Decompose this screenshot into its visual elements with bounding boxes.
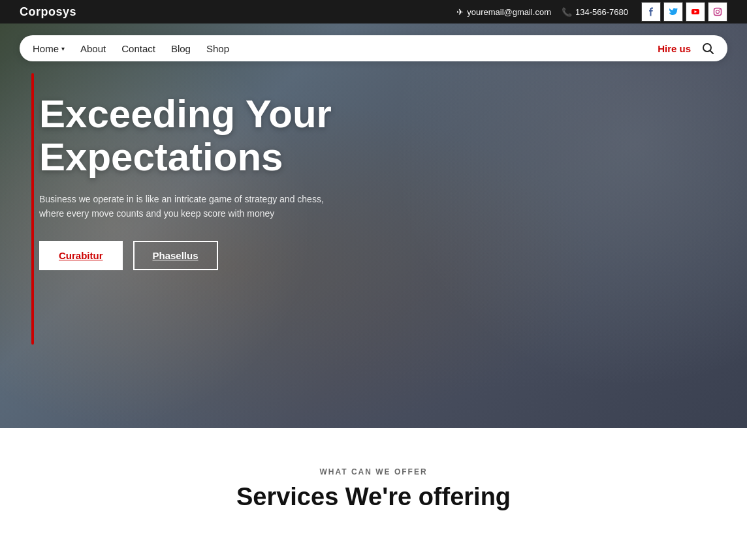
instagram-icon[interactable] xyxy=(708,2,727,22)
email-icon: ✈ xyxy=(456,7,464,17)
facebook-icon[interactable] xyxy=(641,2,661,22)
chevron-down-icon: ▾ xyxy=(61,45,65,52)
phone-number: 134-566-7680 xyxy=(575,7,628,17)
nav-bar: Home ▾ About Contact Blog Shop Hire us xyxy=(0,23,747,73)
hero-title: Exceeding Your Expectations xyxy=(39,93,708,179)
nav-about[interactable]: About xyxy=(80,43,106,54)
hero-content: Exceeding Your Expectations Business we … xyxy=(0,73,747,345)
hero-section: Home ▾ About Contact Blog Shop Hire us xyxy=(0,23,747,428)
twitter-icon[interactable] xyxy=(663,2,683,22)
email-address: youremail@gmail.com xyxy=(467,7,551,17)
phone-icon: 📞 xyxy=(562,7,572,17)
shop-label: Shop xyxy=(206,43,229,54)
brand-name: Corposys xyxy=(20,5,76,19)
accent-line xyxy=(31,73,34,345)
nav-blog[interactable]: Blog xyxy=(171,43,191,54)
youtube-icon[interactable] xyxy=(686,2,705,22)
nav-contact[interactable]: Contact xyxy=(121,43,155,54)
search-icon xyxy=(701,42,714,55)
nav-home[interactable]: Home ▾ xyxy=(33,43,65,54)
phone-link[interactable]: 📞 134-566-7680 xyxy=(562,7,628,17)
social-icons-group xyxy=(641,2,727,22)
contact-info: ✈ youremail@gmail.com 📞 134-566-7680 xyxy=(456,7,628,17)
email-link[interactable]: ✈ youremail@gmail.com xyxy=(456,7,551,17)
nav-shop[interactable]: Shop xyxy=(206,43,229,54)
hero-subtitle: Business we operate in is like an intric… xyxy=(39,192,340,221)
blog-label: Blog xyxy=(171,43,191,54)
svg-line-6 xyxy=(710,51,714,54)
section-title: Services We're offering xyxy=(20,483,727,511)
services-section: WHAT CAN WE OFFER Services We're offerin… xyxy=(0,428,747,531)
phasellus-button[interactable]: Phasellus xyxy=(133,241,218,270)
nav-links: Home ▾ About Contact Blog Shop xyxy=(33,43,229,54)
search-button[interactable] xyxy=(701,42,714,55)
top-bar-right: ✈ youremail@gmail.com 📞 134-566-7680 xyxy=(456,2,727,22)
hero-buttons: Curabitur Phasellus xyxy=(39,241,708,270)
about-label: About xyxy=(80,43,106,54)
svg-point-4 xyxy=(720,9,720,10)
svg-point-3 xyxy=(716,10,720,14)
contact-label: Contact xyxy=(121,43,155,54)
nav-pill: Home ▾ About Contact Blog Shop Hire us xyxy=(20,35,727,61)
top-bar: Corposys ✈ youremail@gmail.com 📞 134-566… xyxy=(0,0,747,23)
home-label: Home xyxy=(33,43,59,54)
section-tag: WHAT CAN WE OFFER xyxy=(20,467,727,476)
curabitur-button[interactable]: Curabitur xyxy=(39,241,123,270)
hire-us-link[interactable]: Hire us xyxy=(658,43,691,54)
nav-right: Hire us xyxy=(658,42,714,55)
